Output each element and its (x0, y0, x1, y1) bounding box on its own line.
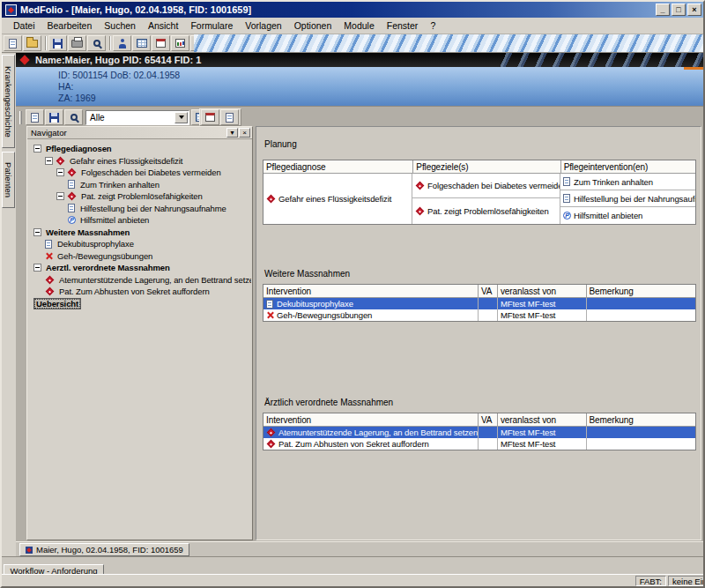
tree-item-geh-bewegungsuebungen[interactable]: Geh-/Bewegungsübungen (28, 250, 251, 263)
pflegediagnose-cell[interactable]: Gefahr eines Flüssigkeitsdefizit (263, 174, 412, 224)
collapse-icon[interactable] (33, 228, 41, 236)
new-plan-button[interactable] (26, 109, 44, 125)
print-button[interactable] (68, 35, 86, 51)
column-header-bemerkung[interactable]: Bemerkung (587, 285, 696, 297)
intervention-item[interactable]: Zum Trinken anhalten (560, 174, 695, 190)
tree-item-aerztl-verordnete-massnahmen[interactable]: Aerztl. verordnete Massnahmen (28, 262, 251, 274)
tree-item-hilfsmittel-anbieten[interactable]: P Hilfsmittel anbieten (28, 214, 251, 227)
column-header-pflegediagnose[interactable]: Pflegediagnose (263, 160, 413, 173)
navigator-tree: Pflegediagnosen Gefahr eines Flüssigkeit… (28, 140, 251, 539)
va-cell (479, 298, 498, 309)
report-button[interactable] (220, 109, 239, 125)
tree-item-atemunterstuetzende-lagerung[interactable]: Atemunterstützende Lagerung, an den Bett… (28, 274, 251, 287)
column-header-va[interactable]: VA (479, 413, 498, 426)
pflegeziel-item[interactable]: Folgeschäden bei Diabetes vermeiden (412, 174, 560, 198)
tree-item-dekubitusprophylaxe[interactable]: Dekubitusprophylaxe (28, 238, 251, 250)
scope-select[interactable]: Alle (85, 110, 189, 125)
planung-table-body: Gefahr eines Flüssigkeitsdefizit Folgesc… (263, 174, 695, 224)
collapse-icon[interactable] (56, 168, 64, 176)
print-icon (71, 40, 83, 48)
patient-document-tab[interactable]: Maier, Hugo, 02.04.1958, FID: 1001659 (19, 543, 189, 556)
menu-datei[interactable]: Datei (7, 19, 41, 33)
table-row-selected[interactable]: Dekubitusprophylaxe MFtest MF-test (263, 298, 695, 309)
bemerkung-cell (587, 427, 696, 438)
alert-diamond-icon (46, 275, 55, 284)
menu-optionen[interactable]: Optionen (288, 19, 338, 33)
column-header-intervention[interactable]: Intervention (263, 413, 479, 426)
save-button[interactable] (48, 35, 67, 51)
tree-item-weitere-massnahmen[interactable]: Weitere Massnahmen (28, 227, 251, 239)
maximize-button[interactable]: □ (672, 4, 686, 16)
tab-patienten[interactable]: Patienten (2, 152, 15, 208)
weitere-table-header: Intervention VA veranlasst von Bemerkung (263, 285, 695, 298)
menu-suchen[interactable]: Suchen (98, 19, 142, 33)
collapse-icon[interactable] (56, 192, 64, 200)
section-title-aerztlich-verordnete: Ärztlich verordnete Massnahmen (264, 398, 393, 407)
table-view-button[interactable] (132, 35, 151, 51)
collapse-icon[interactable] (33, 264, 41, 272)
new-document-button[interactable] (4, 35, 22, 51)
edit-button[interactable] (45, 109, 63, 125)
tree-item-folgeschaeden-diabetes[interactable]: Folgeschäden bei Diabetes vermeiden (28, 167, 251, 179)
tree-item-gefahr-fluessigkeitsdefizit[interactable]: Gefahr eines Flüssigkeitsdefizit (28, 155, 251, 167)
pflegeziel-item[interactable]: Pat. zeigt Problemlösefähigkeiten (412, 198, 560, 223)
document-tab-bar: Maier, Hugo, 02.04.1958, FID: 1001659 (16, 541, 703, 556)
toolbar-decoration-stripes (194, 34, 703, 52)
close-button[interactable]: × (687, 4, 701, 16)
table-row[interactable]: Pat. Zum Abhusten von Sekret auffordern … (263, 438, 695, 450)
intervention-item[interactable]: Hilfestellung bei der Nahrungsaufnahme (560, 190, 695, 207)
export-button[interactable] (201, 109, 219, 125)
column-header-bemerkung[interactable]: Bemerkung (587, 413, 696, 426)
find-icon (70, 114, 78, 121)
navigator-titlebar: Navigator ▾ × (27, 127, 252, 139)
tree-item-hilfestellung-nahrungsaufnahme[interactable]: Hilfestellung bei der Nahrungsaufnahme (28, 203, 251, 215)
chart-button[interactable] (171, 35, 189, 51)
column-header-pflegeziele[interactable]: Pflegeziele(s) (413, 160, 560, 173)
collapse-icon[interactable] (45, 157, 53, 165)
column-header-intervention[interactable]: Intervention (263, 285, 479, 297)
intervention-item[interactable]: P Hilfsmittel anbieten (560, 207, 695, 223)
tree-item-pflegediagnosen[interactable]: Pflegediagnosen (28, 143, 251, 155)
column-header-va[interactable]: VA (479, 285, 498, 297)
intervention-cell: Atemunterstützende Lagerung, an den Bett… (263, 427, 479, 438)
patient-alert-icon (19, 55, 29, 64)
planung-table-header: Pflegediagnose Pflegeziele(s) Pflegeinte… (263, 160, 695, 174)
table-row-selected[interactable]: Atemunterstützende Lagerung, an den Bett… (263, 427, 695, 438)
column-header-veranlasst-von[interactable]: veranlasst von (498, 285, 587, 297)
menu-vorlagen[interactable]: Vorlagen (239, 19, 287, 33)
navigator-close-button[interactable]: × (239, 128, 250, 138)
patient-button[interactable] (113, 35, 131, 51)
patient-info-panel: ID: 5001154 DoB: 02.04.1958 HA: ZA: 1969 (16, 67, 703, 106)
calendar-button[interactable] (152, 35, 170, 51)
navigator-pin-button[interactable]: ▾ (226, 128, 238, 138)
document-icon (68, 204, 75, 212)
table-row[interactable]: Geh-/Bewegungsübungen MFtest MF-test (263, 309, 695, 321)
tree-item-abhusten-sekret[interactable]: Pat. Zum Abhusten von Sekret auffordern (28, 286, 251, 298)
minimize-button[interactable]: _ (656, 4, 670, 16)
pflege-p-icon: P (68, 216, 76, 224)
tab-krankengeschichte[interactable]: Krankengeschichte (2, 55, 15, 148)
find-button[interactable] (64, 109, 83, 125)
pflege-p-icon: P (563, 212, 571, 220)
collapse-icon[interactable] (33, 145, 41, 153)
scope-select-arrow-button[interactable] (174, 112, 188, 123)
menu-formulare[interactable]: Formulare (184, 19, 239, 33)
menu-help[interactable]: ? (424, 19, 442, 33)
menu-module[interactable]: Module (338, 19, 380, 33)
tree-item-zum-trinken-anhalten[interactable]: Zum Trinken anhalten (28, 179, 251, 191)
pflegeintervention-cell: Zum Trinken anhalten Hilfestellung bei d… (560, 174, 695, 224)
toolbar-drag-handle[interactable] (19, 111, 22, 124)
tree-item-uebersicht[interactable]: Uebersicht (28, 298, 251, 310)
toolbar-separator (45, 36, 46, 50)
calendar-icon (156, 39, 166, 48)
menu-ansicht[interactable]: Ansicht (142, 19, 184, 33)
search-button[interactable] (87, 35, 106, 51)
column-header-pflegeintervention[interactable]: Pflegeintervention(en) (561, 160, 695, 173)
open-button[interactable] (23, 35, 41, 51)
toolbar-separator (109, 36, 110, 50)
column-header-veranlasst-von[interactable]: veranlasst von (498, 413, 587, 426)
menu-bearbeiten[interactable]: Bearbeiten (41, 19, 99, 33)
medfolio-app-icon[interactable] (5, 4, 17, 16)
menu-fenster[interactable]: Fenster (381, 19, 425, 33)
tree-item-problemloesefaehigkeiten[interactable]: Pat. zeigt Problemlösefähigkeiten (28, 190, 251, 203)
